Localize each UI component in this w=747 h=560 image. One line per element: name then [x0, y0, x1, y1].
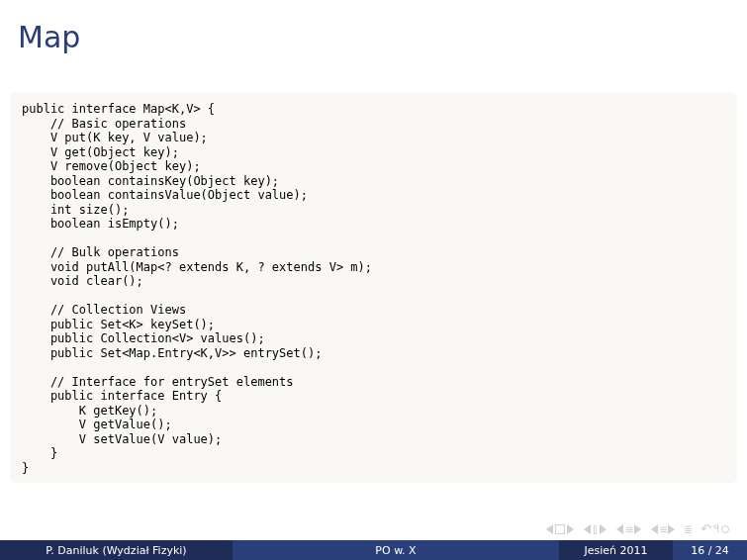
slide-title: Map	[18, 20, 80, 54]
nav-next-icon[interactable]: ≡	[616, 522, 640, 536]
footer: P. Daniluk (Wydział Fizyki) PO w. X Jesi…	[0, 540, 747, 560]
footer-page: 16 / 24	[673, 540, 747, 560]
nav-last-icon[interactable]: ≡	[651, 522, 675, 536]
nav-prev-icon[interactable]: ⫿	[584, 522, 607, 536]
nav-back-icon[interactable]: ↶੧	[700, 521, 729, 536]
nav-first-icon[interactable]	[546, 524, 574, 534]
slide: Map public interface Map<K,V> { // Basic…	[0, 0, 747, 560]
footer-author: P. Daniluk (Wydział Fizyki)	[0, 540, 233, 560]
footer-date: Jesień 2011	[559, 540, 673, 560]
footer-short-title: PO w. X	[233, 540, 559, 560]
code-block: public interface Map<K,V> { // Basic ope…	[10, 92, 737, 483]
navigation-bar: ⫿ ≡ ≡ ≣ ↶੧	[546, 521, 729, 536]
nav-mode-icon[interactable]: ≣	[685, 522, 691, 536]
